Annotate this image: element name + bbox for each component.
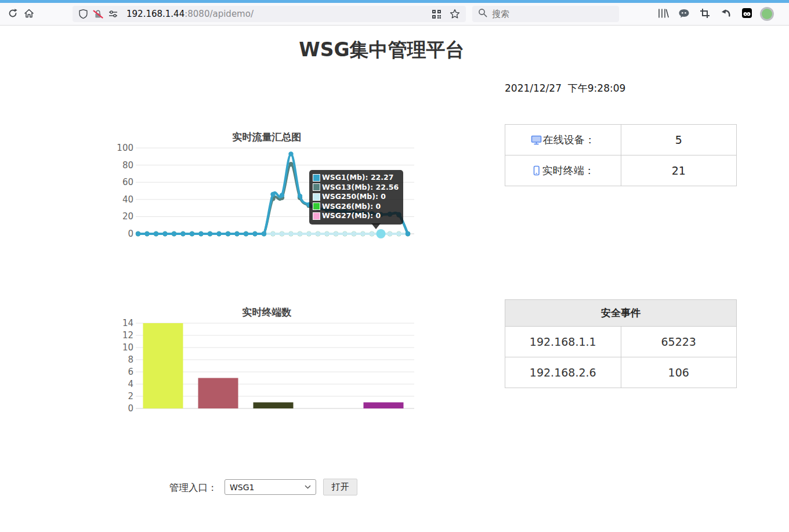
chevron-down-icon <box>305 485 311 489</box>
search-placeholder: 搜索 <box>492 9 509 20</box>
undo-arrow-icon <box>721 8 731 20</box>
monitor-icon <box>531 135 542 147</box>
url-host: 192.168.1.44 <box>126 9 184 19</box>
table-header-row: 安全事件 <box>505 300 737 327</box>
chart-tooltip-caret <box>371 223 381 229</box>
series-color-swatch <box>313 202 320 210</box>
page-title: WSG集中管理平台 <box>0 37 763 63</box>
chat-bubble-icon <box>678 8 690 20</box>
svg-text:60: 60 <box>122 177 133 187</box>
series-color-swatch <box>313 212 320 220</box>
url-bar[interactable]: 192.168.1.44:8080/apidemo/ <box>73 6 466 22</box>
security-events-title: 安全事件 <box>505 300 737 327</box>
toolbar-right-icons <box>655 6 772 22</box>
svg-text:8: 8 <box>128 354 133 365</box>
search-icon <box>478 8 487 20</box>
toolbar-row: 192.168.1.44:8080/apidemo/ 搜索 <box>0 3 789 25</box>
realtime-terminals-value: 21 <box>621 155 737 186</box>
insecure-lock-icon[interactable] <box>93 9 103 19</box>
table-row: 192.168.1.1 65223 <box>505 327 737 357</box>
phone-icon <box>531 165 541 178</box>
library-icon <box>657 8 669 20</box>
reload-button[interactable] <box>5 6 21 22</box>
url-path: :8080/apidemo/ <box>184 9 254 19</box>
svg-text:80: 80 <box>122 160 133 171</box>
library-button[interactable] <box>655 6 671 22</box>
svg-text:0: 0 <box>128 403 133 414</box>
security-event-ip: 192.168.1.1 <box>505 327 621 357</box>
svg-text:4: 4 <box>128 379 133 389</box>
device-row-label: 实时终端： <box>542 164 595 176</box>
table-row: 在线设备： 5 <box>505 125 737 155</box>
open-button[interactable]: 打开 <box>323 479 357 495</box>
device-row-label: 在线设备： <box>543 133 595 146</box>
panda-extension-button[interactable] <box>739 6 755 22</box>
wsg-select[interactable]: WSG1 <box>225 479 316 495</box>
timestamp: 2021/12/27 下午9:28:09 <box>505 82 625 95</box>
screen: 192.168.1.44:8080/apidemo/ 搜索 <box>0 0 789 532</box>
traffic-chart: 实时流量汇总图 020406080100 WSG1(Mb): 22.27WSG1… <box>116 129 418 245</box>
terminal-count-chart: 实时终端数 02468101214 <box>116 304 418 420</box>
svg-text:100: 100 <box>117 143 133 153</box>
svg-text:6: 6 <box>128 367 133 377</box>
security-events-table: 安全事件 192.168.1.1 65223 192.168.2.6 106 <box>505 299 737 388</box>
tooltip-entry: WSG250(Mb): 0 <box>313 192 399 202</box>
terminal-count-chart-canvas[interactable]: 02468101214 <box>116 304 418 420</box>
wsg-select-value: WSG1 <box>230 483 255 492</box>
chat-bubble-button[interactable] <box>676 6 692 22</box>
bookmark-star-icon[interactable] <box>450 9 460 19</box>
series-color-swatch <box>313 174 320 182</box>
screenshot-crop-button[interactable] <box>697 6 713 22</box>
table-row: 192.168.2.6 106 <box>505 357 737 388</box>
panda-extension-icon <box>741 8 752 20</box>
url-text[interactable]: 192.168.1.44:8080/apidemo/ <box>126 9 432 19</box>
account-avatar[interactable] <box>762 9 772 19</box>
tooltip-entry: WSG27(Mb): 0 <box>313 211 399 221</box>
bar <box>254 403 294 409</box>
tooltip-entry: WSG13(Mb): 22.56 <box>313 183 399 193</box>
bar <box>364 403 404 409</box>
bar <box>198 378 238 409</box>
tooltip-entry: WSG26(Mb): 0 <box>313 202 399 212</box>
svg-text:10: 10 <box>122 342 133 353</box>
security-event-count: 65223 <box>621 327 737 357</box>
home-button[interactable] <box>21 6 37 22</box>
chart-tooltip: WSG1(Mb): 22.27WSG13(Mb): 22.56WSG250(Mb… <box>309 170 403 225</box>
browser-toolbar: 192.168.1.44:8080/apidemo/ 搜索 <box>0 0 789 26</box>
tooltip-entry: WSG1(Mb): 22.27 <box>313 173 399 183</box>
screenshot-crop-icon <box>700 8 710 20</box>
permissions-icon[interactable] <box>108 9 118 19</box>
svg-text:40: 40 <box>122 194 133 205</box>
browser-search-input[interactable]: 搜索 <box>472 6 619 22</box>
svg-text:2: 2 <box>128 391 133 401</box>
svg-text:14: 14 <box>122 318 133 328</box>
series-color-swatch <box>313 183 320 191</box>
shield-icon[interactable] <box>78 9 88 19</box>
qr-code-icon[interactable] <box>432 9 441 19</box>
reload-icon <box>8 8 18 20</box>
security-event-ip: 192.168.2.6 <box>505 357 621 388</box>
svg-text:20: 20 <box>122 211 133 222</box>
bar <box>143 323 183 408</box>
home-icon <box>24 8 34 20</box>
management-entry-label: 管理入口： <box>169 482 218 494</box>
svg-text:0: 0 <box>128 229 133 239</box>
device-table: 在线设备： 5 实时终端： 21 <box>505 124 737 186</box>
undo-arrow-button[interactable] <box>718 6 734 22</box>
security-event-count: 106 <box>621 357 737 388</box>
series-color-swatch <box>313 193 320 201</box>
table-row: 实时终端： 21 <box>505 155 737 186</box>
svg-text:12: 12 <box>122 330 133 341</box>
online-devices-value: 5 <box>621 125 737 155</box>
